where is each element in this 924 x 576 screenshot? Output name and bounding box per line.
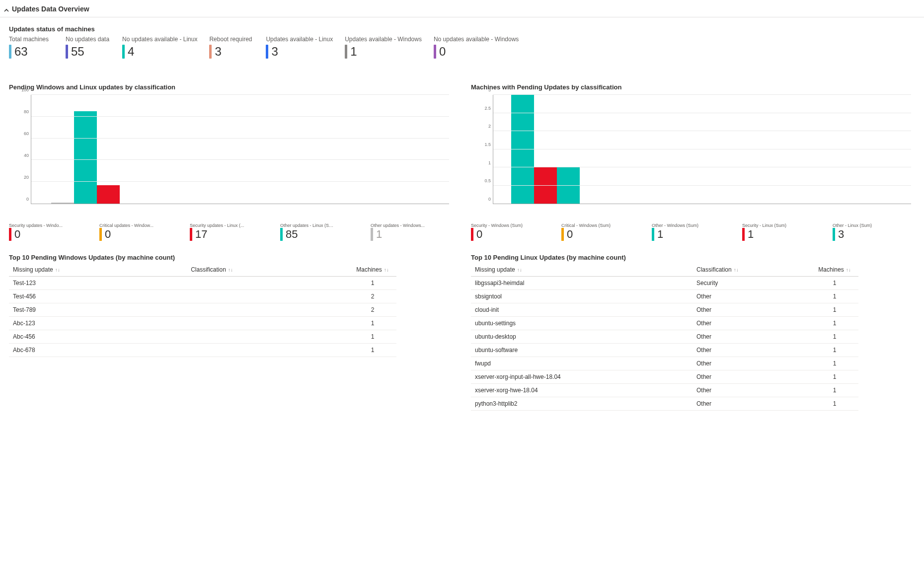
cell-name: Abc-456 — [9, 330, 187, 344]
kpi-card[interactable]: No updates available - Linux 4 — [122, 36, 197, 59]
legend-value: 85 — [286, 228, 298, 241]
table-row[interactable]: Abc-678 1 — [9, 344, 396, 357]
cell-name: ubuntu-settings — [471, 317, 693, 330]
cell-class: Other — [693, 317, 811, 330]
kpi-label: No updates available - Windows — [434, 36, 519, 43]
y-tick: 60 — [24, 131, 29, 136]
table-row[interactable]: cloud-init Other 1 — [471, 303, 858, 317]
right-chart-title: Machines with Pending Updates by classif… — [471, 83, 915, 91]
chart-bar[interactable] — [97, 185, 120, 204]
kpi-card[interactable]: No updates available - Windows 0 — [434, 36, 519, 59]
legend-item[interactable]: Other updates - Windows... 1 — [371, 223, 453, 241]
legend-label: Other updates - Windows... — [371, 223, 425, 228]
table-row[interactable]: Abc-123 1 — [9, 317, 396, 330]
section-header[interactable]: Updates Data Overview — [0, 0, 924, 17]
chart-bar[interactable] — [51, 203, 74, 204]
legend-row: Security updates - Windo... 0 Critical u… — [9, 223, 453, 241]
kpi-accent-bar — [122, 45, 125, 59]
legend-label: Other updates - Linux (Sum) — [280, 223, 335, 228]
col-machines[interactable]: Machines↑↓ — [811, 263, 858, 277]
legend-item[interactable]: Security updates - Windo... 0 — [9, 223, 91, 241]
cell-machines: 1 — [811, 317, 858, 330]
y-tick: 1 — [488, 160, 491, 165]
legend-item[interactable]: Security - Windows (Sum) 0 — [471, 223, 553, 241]
cell-name: xserver-xorg-hwe-18.04 — [471, 384, 693, 397]
legend-item[interactable]: Critical - Windows (Sum) 0 — [561, 223, 644, 241]
grid-line — [493, 113, 911, 113]
left-chart[interactable]: 020406080100 — [19, 95, 453, 214]
status-subtitle: Updates status of machines — [9, 25, 915, 33]
legend-accent-bar — [190, 228, 192, 241]
col-missing-update[interactable]: Missing update↑↓ — [9, 263, 187, 277]
kpi-label: No updates available - Linux — [122, 36, 197, 43]
cell-class: Other — [693, 370, 811, 384]
table-row[interactable]: Test-456 2 — [9, 290, 396, 303]
table-row[interactable]: Abc-456 1 — [9, 330, 396, 344]
cell-name: python3-httplib2 — [471, 397, 693, 411]
table-row[interactable]: sbsigntool Other 1 — [471, 290, 858, 303]
cell-class: Other — [693, 397, 811, 411]
chart-bar[interactable] — [74, 111, 97, 204]
cell-class — [187, 290, 349, 303]
legend-item[interactable]: Security - Linux (Sum) 1 — [742, 223, 825, 241]
cell-machines: 2 — [349, 290, 396, 303]
legend-item[interactable]: Other - Windows (Sum) 1 — [652, 223, 734, 241]
grid-line — [493, 131, 911, 131]
legend-item[interactable]: Security updates - Linux (... 17 — [190, 223, 272, 241]
kpi-card[interactable]: Updates available - Windows 1 — [345, 36, 422, 59]
legend-accent-bar — [280, 228, 283, 241]
legend-value: 0 — [476, 228, 482, 241]
legend-accent-bar — [371, 228, 373, 241]
cell-machines: 1 — [811, 277, 858, 290]
table-row[interactable]: xserver-xorg-hwe-18.04 Other 1 — [471, 384, 858, 397]
kpi-row: Total machines 63 No updates data 55 No … — [9, 36, 915, 59]
table-row[interactable]: python3-httplib2 Other 1 — [471, 397, 858, 411]
legend-value: 0 — [14, 228, 20, 241]
legend-label: Other - Linux (Sum) — [833, 223, 887, 228]
kpi-card[interactable]: Total machines 63 — [9, 36, 54, 59]
kpi-accent-bar — [66, 45, 68, 59]
table-row[interactable]: fwupd Other 1 — [471, 357, 858, 370]
cell-machines: 1 — [349, 330, 396, 344]
y-tick: 0 — [488, 197, 491, 202]
legend-item[interactable]: Other updates - Linux (Sum) 85 — [280, 223, 363, 241]
cell-class: Other — [693, 303, 811, 317]
col-machines[interactable]: Machines↑↓ — [349, 263, 396, 277]
col-classification[interactable]: Classification↑↓ — [693, 263, 811, 277]
grid-line — [493, 185, 911, 186]
cell-machines: 1 — [811, 397, 858, 411]
right-chart[interactable]: 00.511.522.53 — [481, 95, 915, 214]
cell-machines: 1 — [811, 357, 858, 370]
table-row[interactable]: xserver-xorg-input-all-hwe-18.04 Other 1 — [471, 370, 858, 384]
left-chart-title: Pending Windows and Linux updates by cla… — [9, 83, 453, 91]
table-row[interactable]: Test-123 1 — [9, 277, 396, 290]
y-tick: 2 — [488, 124, 491, 129]
grid-line — [31, 181, 449, 182]
table-row[interactable]: ubuntu-desktop Other 1 — [471, 330, 858, 344]
col-classification[interactable]: Classification↑↓ — [187, 263, 349, 277]
table-row[interactable]: ubuntu-software Other 1 — [471, 344, 858, 357]
table-row[interactable]: Test-789 2 — [9, 303, 396, 317]
cell-name: Test-789 — [9, 303, 187, 317]
cell-machines: 1 — [349, 344, 396, 357]
kpi-accent-bar — [266, 45, 268, 59]
y-tick: 0 — [26, 197, 29, 202]
y-tick: 0.5 — [484, 178, 491, 183]
table-row[interactable]: ubuntu-settings Other 1 — [471, 317, 858, 330]
cell-machines: 1 — [811, 303, 858, 317]
chevron-up-icon — [4, 6, 9, 11]
kpi-card[interactable]: Updates available - Linux 3 — [266, 36, 333, 59]
table-row[interactable]: libgssapi3-heimdal Security 1 — [471, 277, 858, 290]
legend-item[interactable]: Critical updates - Window... 0 — [99, 223, 182, 241]
legend-item[interactable]: Other - Linux (Sum) 3 — [833, 223, 915, 241]
sort-icon: ↑↓ — [734, 267, 739, 273]
kpi-card[interactable]: Reboot required 3 — [209, 36, 254, 59]
kpi-value: 0 — [439, 46, 446, 58]
chart-bar[interactable] — [511, 95, 534, 204]
kpi-card[interactable]: No updates data 55 — [66, 36, 110, 59]
legend-accent-bar — [652, 228, 654, 241]
col-missing-update[interactable]: Missing update↑↓ — [471, 263, 693, 277]
cell-class: Other — [693, 384, 811, 397]
cell-class — [187, 317, 349, 330]
cell-machines: 2 — [349, 303, 396, 317]
